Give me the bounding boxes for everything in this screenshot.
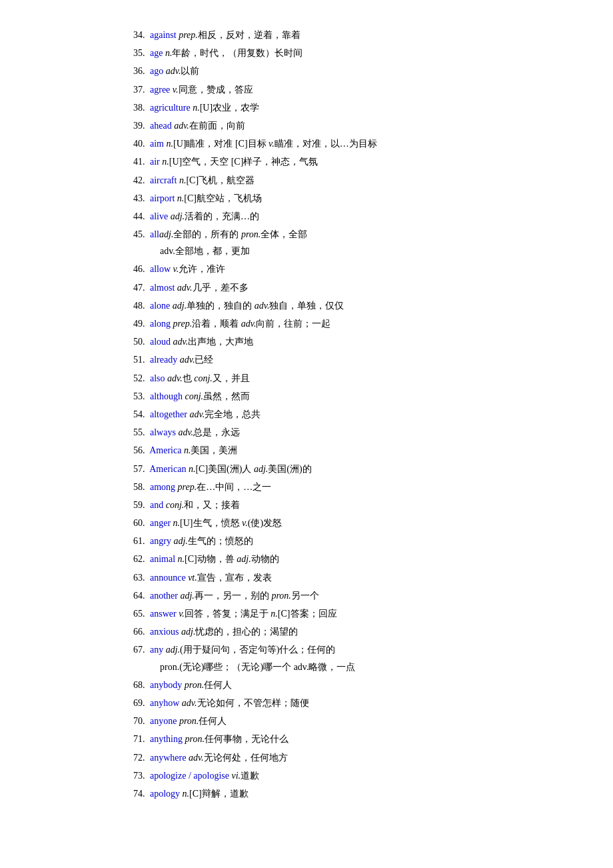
entry-pos: v. bbox=[179, 609, 185, 619]
entry-def2: 瞄准，对准，以…为目标 bbox=[275, 139, 377, 149]
entry-number: 64. bbox=[133, 591, 145, 601]
entry-def2: [C]答案；回应 bbox=[278, 609, 337, 619]
entry-def: 完全地，总共 bbox=[205, 409, 261, 419]
list-item: 37. agree v.同意，赞成，答应 bbox=[133, 81, 573, 98]
entry-number: 69. bbox=[133, 698, 145, 708]
entry-number: 43. bbox=[133, 193, 145, 203]
entry-def: 总是，永远 bbox=[193, 427, 240, 437]
list-item: 61. angry adj.生气的；愤怒的 bbox=[133, 533, 573, 549]
entry-pos: adv. bbox=[166, 66, 181, 76]
entry-def: 全部的，所有的 bbox=[173, 229, 241, 239]
entry-word: all bbox=[150, 229, 159, 239]
list-item: 39. ahead adv.在前面，向前 bbox=[133, 117, 573, 134]
entry-number: 57. bbox=[133, 464, 145, 474]
entry-pos: n. bbox=[179, 175, 187, 185]
entry-word: air bbox=[150, 157, 160, 167]
entry-word: anxious bbox=[150, 627, 179, 637]
entry-def: 回答，答复；满足于 bbox=[185, 609, 271, 619]
entry-def: 在前面，向前 bbox=[189, 121, 245, 131]
list-item: 53. although conj.虽然，然而 bbox=[133, 388, 573, 405]
entry-pos: adj. bbox=[159, 229, 173, 239]
entry-number: 45. bbox=[133, 229, 145, 239]
entry-number: 46. bbox=[133, 264, 145, 274]
entry-def: [C]美国(洲)人 bbox=[195, 464, 254, 474]
entry-pos: n. bbox=[167, 139, 174, 149]
entry-number: 37. bbox=[133, 85, 145, 95]
entry-def: [C]飞机，航空器 bbox=[186, 175, 255, 185]
entry-pos2: adj. bbox=[254, 464, 268, 474]
list-item: 63. announce vt.宣告，宣布，发表 bbox=[133, 569, 573, 586]
list-item: 74. apology n.[C]辩解，道歉 bbox=[133, 785, 573, 802]
entry-word: anywhere bbox=[150, 753, 186, 763]
entry-word: any bbox=[150, 645, 163, 655]
entry-pos: v. bbox=[173, 85, 179, 95]
entry-word: airport bbox=[150, 193, 175, 203]
entry-def: 单独的，独自的 bbox=[187, 301, 255, 311]
entry-def: 和，又；接着 bbox=[184, 500, 240, 510]
entry-def: 活着的，充满…的 bbox=[185, 211, 259, 221]
entry-pos: adv. bbox=[177, 283, 193, 293]
entry-def: 在…中间，…之一 bbox=[197, 482, 271, 492]
entry-word: aloud bbox=[150, 337, 171, 347]
entry-pos: n. bbox=[184, 445, 191, 455]
entry-pos2: adj. bbox=[237, 554, 251, 564]
entry-pos2: adv. bbox=[241, 319, 257, 329]
entry-word: also bbox=[150, 373, 165, 383]
list-item: 43. airport n.[C]航空站，飞机场 bbox=[133, 190, 573, 207]
entry-word: animal bbox=[150, 554, 175, 564]
entry-pos: adv. bbox=[167, 373, 183, 383]
entry-number: 35. bbox=[133, 48, 145, 58]
entry-word: apologize / apologise bbox=[150, 771, 229, 781]
list-item: 49. along prep.沿着，顺着 adv.向前，往前；一起 bbox=[133, 315, 573, 332]
entry-def: 年龄，时代，（用复数）长时间 bbox=[172, 48, 303, 58]
entry-def: 任何事物，无论什么 bbox=[205, 734, 289, 744]
entry-number: 42. bbox=[133, 175, 145, 185]
entry-word: aircraft bbox=[150, 175, 177, 185]
list-item: 45. alladj.全部的，所有的 pron.全体，全部adv.全部地，都，更… bbox=[133, 226, 573, 259]
entry-word: agriculture bbox=[150, 103, 191, 113]
list-item: 40. aim n.[U]瞄准，对准 [C]目标 v.瞄准，对准，以…为目标 bbox=[133, 135, 573, 152]
list-item: 42. aircraft n.[C]飞机，航空器 bbox=[133, 172, 573, 189]
entry-pos: n. bbox=[162, 157, 169, 167]
entry-pos2: pron. bbox=[241, 229, 261, 239]
entry-word: ahead bbox=[150, 121, 172, 131]
entry-word: anything bbox=[150, 734, 183, 744]
entry-pos: pron. bbox=[185, 734, 205, 744]
entry-word: apology bbox=[150, 789, 180, 799]
entry-number: 73. bbox=[133, 771, 145, 781]
entry-pos: vt. bbox=[188, 573, 197, 583]
entry-number: 63. bbox=[133, 573, 145, 583]
entry-pos: conj. bbox=[166, 500, 185, 510]
entry-number: 50. bbox=[133, 337, 145, 347]
entry-def: 任何人 bbox=[199, 716, 227, 726]
entry-pos: adj. bbox=[173, 536, 187, 546]
entry-def: 无论如何，不管怎样；随便 bbox=[197, 698, 309, 708]
entry-continuation: pron.(无论)哪些；（无论)哪一个 adv.略微，一点 bbox=[133, 659, 573, 675]
entry-pos2: conj. bbox=[194, 373, 213, 383]
entry-def: 美国，美洲 bbox=[191, 445, 237, 455]
entry-number: 62. bbox=[133, 554, 145, 564]
entry-word: America bbox=[149, 445, 181, 455]
list-item: 54. altogether adv.完全地，总共 bbox=[133, 406, 573, 423]
list-item: 35. age n.年龄，时代，（用复数）长时间 bbox=[133, 45, 573, 61]
entry-word: allow bbox=[150, 264, 171, 274]
entry-number: 39. bbox=[133, 121, 145, 131]
entry-def: 任何人 bbox=[204, 680, 232, 690]
entry-word: already bbox=[150, 355, 177, 365]
entry-word: anyone bbox=[150, 716, 177, 726]
entry-word: along bbox=[150, 319, 171, 329]
entry-pos: adv. bbox=[173, 337, 189, 347]
entry-number: 67. bbox=[133, 645, 145, 655]
entry-continuation: adv.全部地，都，更加 bbox=[133, 243, 573, 259]
entry-def2: 动物的 bbox=[251, 554, 279, 564]
entry-def: 再一，另一，别的 bbox=[195, 591, 272, 601]
entry-def: 忧虑的，担心的；渴望的 bbox=[195, 627, 298, 637]
entry-word: alive bbox=[150, 211, 168, 221]
entry-word: American bbox=[149, 464, 186, 474]
entry-word: agree bbox=[150, 85, 170, 95]
entry-word: anger bbox=[150, 518, 171, 528]
entry-number: 61. bbox=[133, 536, 145, 546]
entry-pos: n. bbox=[189, 464, 196, 474]
list-item: 66. anxious adj.忧虑的，担心的；渴望的 bbox=[133, 623, 573, 640]
entry-word: and bbox=[150, 500, 163, 510]
